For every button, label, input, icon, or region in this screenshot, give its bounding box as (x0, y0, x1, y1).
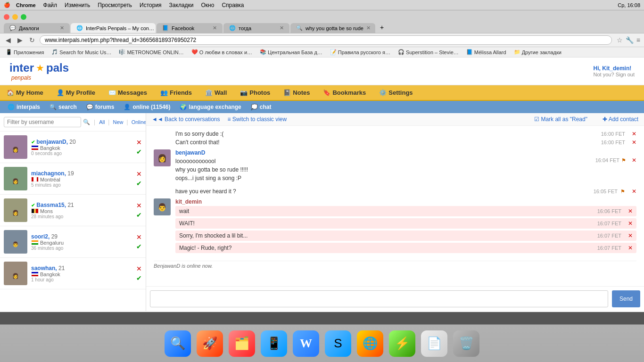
dock-word[interactable]: W (293, 330, 319, 357)
dock-launchpad[interactable]: 🚀 (197, 330, 223, 357)
nav-settings[interactable]: ⚙️Settings (372, 85, 419, 100)
menu-help[interactable]: Справка (222, 2, 244, 8)
minimize-window-button[interactable] (12, 14, 18, 20)
reload-button[interactable]: ↻ (27, 35, 37, 45)
delete-message-button[interactable]: ✕ (632, 188, 636, 195)
tab-togda[interactable]: 🌐 тогда ✕ (223, 23, 289, 33)
chat-input[interactable] (150, 290, 608, 307)
back-button[interactable]: ◀ (4, 35, 13, 45)
filter-input[interactable] (4, 117, 81, 127)
apple-menu[interactable]: 🍎 (4, 2, 10, 8)
menu-window[interactable]: Окно (201, 2, 215, 8)
delete-message-button[interactable]: ✕ (628, 220, 633, 227)
flag-message-icon[interactable]: ⚑ (620, 189, 625, 195)
bookmark-other[interactable]: 📁Другие закладки (512, 48, 563, 56)
nav-bookmarks[interactable]: 🔖Bookmarks (316, 85, 372, 100)
subnav-interpals[interactable]: 🌐interpals (8, 104, 40, 110)
search-filter-icon[interactable]: 🔍 (83, 119, 90, 125)
new-tab-button[interactable]: + (376, 22, 388, 33)
bookmark-melissa[interactable]: 📘Mélissa Allard (464, 48, 508, 56)
bookmark-love[interactable]: ❤️О любви в словах и… (190, 48, 254, 56)
tab-close-icon[interactable]: ✕ (280, 25, 284, 31)
dock-utorrent[interactable]: ⚡ (389, 330, 415, 357)
tab-interpals[interactable]: 🌐 InterPals Penpals – My con… ✕ (71, 23, 156, 33)
check-contact-button[interactable]: ✔ (136, 148, 142, 156)
dock-trash[interactable]: 🗑️ (453, 330, 479, 357)
nav-myhome[interactable]: 🏠My Home (0, 85, 50, 100)
switch-classic-button[interactable]: ≡ Switch to classic view (227, 116, 287, 123)
add-contact-button[interactable]: ✚ Add contact (603, 116, 638, 123)
delete-message-button[interactable]: ✕ (628, 245, 633, 251)
dock-finder[interactable]: 🔍 (165, 330, 191, 357)
menu-bookmarks[interactable]: Закладки (169, 2, 194, 8)
filter-all[interactable]: All (99, 119, 105, 125)
delete-message-button[interactable]: ✕ (628, 232, 633, 239)
dock-chrome[interactable]: 🌐 (357, 330, 383, 357)
nav-photos[interactable]: 📷Photos (233, 85, 277, 100)
forums-icon: 💬 (86, 104, 93, 110)
bookmark-central[interactable]: 📚Центральная База д… (258, 48, 324, 56)
remove-contact-button[interactable]: ✕ (136, 265, 142, 272)
filter-online[interactable]: Online (132, 119, 146, 125)
bookmark-apps[interactable]: 📱Приложения (4, 48, 46, 56)
signout-link[interactable]: Not you? Sign out (594, 72, 635, 77)
contact-miachagnon[interactable]: 👩 miachagnon, 19 Montréal 5 minutes ago … (0, 163, 146, 195)
check-contact-button[interactable]: ✔ (136, 274, 142, 282)
subnav-chat[interactable]: 💭chat (251, 104, 272, 110)
menu-icon[interactable]: ≡ (636, 36, 640, 44)
menu-view[interactable]: Просмотреть (98, 2, 132, 8)
send-button[interactable]: Send (612, 290, 640, 307)
nav-messages[interactable]: ✉️Messages (102, 85, 154, 100)
menu-edit[interactable]: Изменить (65, 2, 90, 8)
nav-friends[interactable]: 👥Friends (154, 85, 198, 100)
tab-dialogi[interactable]: 💬 Диалоги ✕ (4, 23, 70, 33)
tab-close-icon[interactable]: ✕ (366, 25, 371, 31)
remove-contact-button[interactable]: ✕ (136, 170, 142, 178)
check-contact-button[interactable]: ✔ (136, 211, 142, 219)
bookmark-rules[interactable]: 📝Правила русского я… (328, 48, 392, 56)
address-input[interactable] (40, 35, 612, 45)
subnav-language[interactable]: 🌍language exchange (180, 104, 241, 110)
flag-message-icon[interactable]: ⚑ (621, 157, 626, 164)
subnav-forums[interactable]: 💬forums (86, 104, 115, 110)
dock-calendar[interactable]: 🗂️ (229, 330, 255, 357)
contact-bassma15[interactable]: 👩 ✔ Bassma15, 21 Mons 28 minutes ago ✕ (0, 195, 146, 226)
remove-contact-button[interactable]: ✕ (136, 202, 142, 209)
extension-icon[interactable]: 🔧 (626, 36, 634, 44)
dock-appstore[interactable]: 📱 (261, 330, 287, 357)
check-contact-button[interactable]: ✔ (136, 180, 142, 187)
subnav-online[interactable]: 👤online (11546) (124, 104, 170, 110)
nav-myprofile[interactable]: 👤My Profile (50, 85, 102, 100)
bookmark-search-music[interactable]: 🎵Search for Music Us… (50, 48, 113, 56)
tab-rude[interactable]: 🔍 why you gotta be so rude ✕ (290, 23, 375, 33)
forward-button[interactable]: ▶ (16, 35, 25, 45)
subnav-search[interactable]: 🔍search (50, 104, 77, 110)
delete-message-button[interactable]: ✕ (632, 131, 636, 137)
delete-message-button[interactable]: ✕ (628, 208, 633, 214)
contact-soori2[interactable]: 👨 soori2, 29 Bengaluru 36 minutes ago ✕ … (0, 226, 146, 258)
contact-benjawanD[interactable]: 👩 ✔ benjawanD, 20 Bangkok 0 seconds ago … (0, 132, 146, 163)
menu-file[interactable]: Файл (43, 2, 58, 8)
delete-message-button[interactable]: ✕ (632, 157, 636, 164)
tab-close-icon[interactable]: ✕ (60, 25, 64, 31)
delete-message-button[interactable]: ✕ (632, 139, 636, 146)
filter-new[interactable]: New (113, 119, 123, 125)
back-to-conversations-button[interactable]: ◄◄ Back to conversations (152, 116, 220, 123)
menu-history[interactable]: История (140, 2, 162, 8)
maximize-window-button[interactable] (21, 14, 26, 20)
dock-skype[interactable]: S (325, 330, 351, 357)
contact-saowhan[interactable]: 👩 saowhan, 21 Bangkok 1 hour ago ✕ ✔ (0, 258, 146, 289)
remove-contact-button[interactable]: ✕ (136, 139, 142, 146)
bookmark-star-icon[interactable]: ☆ (617, 36, 623, 44)
mark-all-read-button[interactable]: ☑ Mark all as "Read" (534, 116, 587, 123)
remove-contact-button[interactable]: ✕ (136, 233, 142, 241)
bookmark-metronome[interactable]: 🎼METRONOME ONLIN… (117, 48, 185, 56)
tab-facebook[interactable]: 📘 Facebook ✕ (157, 23, 223, 33)
nav-wall[interactable]: 🏛️Wall (198, 85, 233, 100)
dock-notes[interactable]: 📄 (421, 330, 447, 357)
nav-notes[interactable]: 📓Notes (277, 85, 316, 100)
close-window-button[interactable] (4, 14, 9, 20)
bookmark-superstition[interactable]: 🎧Superstition – Stevie… (396, 48, 461, 56)
tab-close-icon[interactable]: ✕ (213, 25, 217, 31)
check-contact-button[interactable]: ✔ (136, 243, 142, 250)
